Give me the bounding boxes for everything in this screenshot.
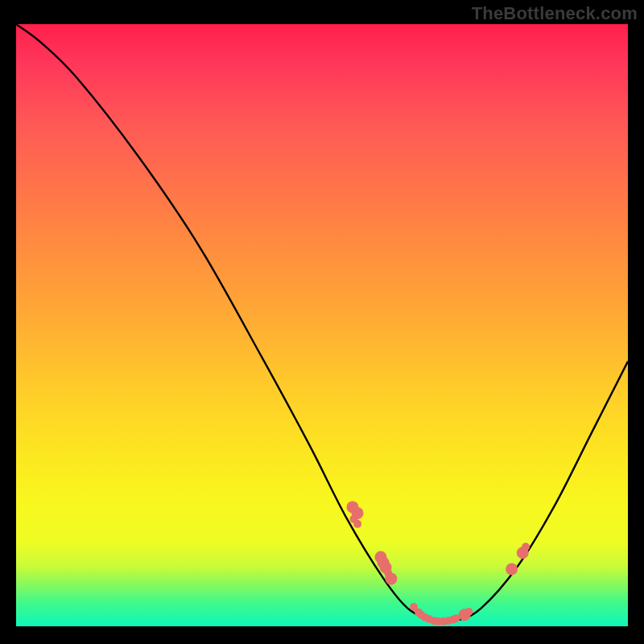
- attribution-label: TheBottleneck.com: [472, 3, 638, 24]
- data-point: [464, 608, 473, 616]
- data-point: [506, 563, 518, 575]
- bottleneck-curve: [16, 24, 628, 621]
- chart-container: TheBottleneck.com: [0, 0, 644, 644]
- chart-svg: [16, 24, 628, 626]
- plot-area: [16, 24, 628, 626]
- data-point: [350, 515, 358, 523]
- data-point: [386, 572, 394, 580]
- data-point: [522, 543, 530, 551]
